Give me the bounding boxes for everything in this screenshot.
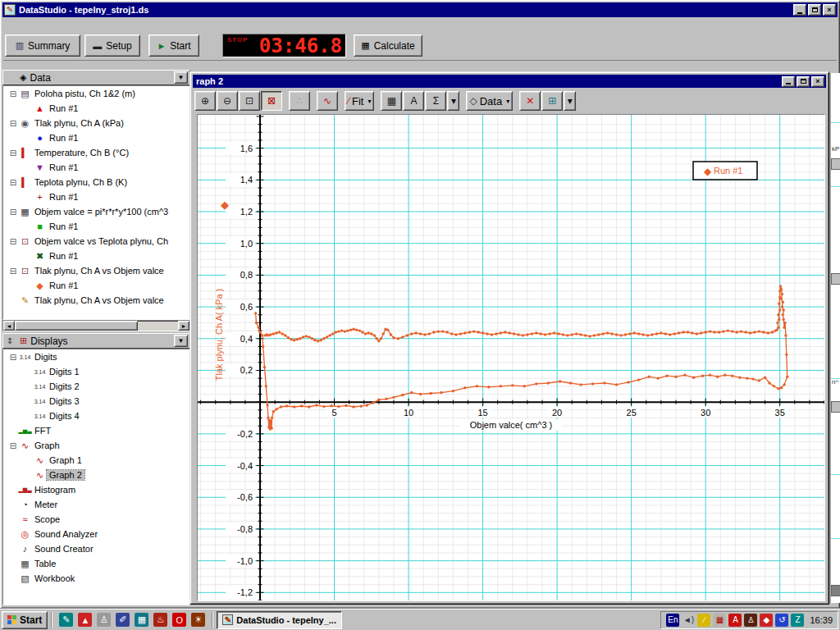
graph-settings-dropdown-button[interactable]: ▾ bbox=[564, 91, 576, 111]
calculator-button[interactable]: ▦ bbox=[381, 91, 402, 111]
tree-expander-icon[interactable]: ⊟ bbox=[8, 441, 18, 450]
tray-z-icon[interactable]: Z bbox=[791, 614, 804, 627]
data-tree-item[interactable]: ◆ Run #1 bbox=[3, 278, 189, 293]
start-button[interactable]: ► Start bbox=[148, 34, 199, 57]
quicklaunch-notes-icon[interactable]: ✎ bbox=[59, 613, 73, 627]
display-tree-item[interactable]: ▂▅▃ FFT bbox=[3, 423, 189, 438]
summary-button[interactable]: ▥ Summary bbox=[5, 34, 80, 57]
menu-item[interactable] bbox=[69, 25, 80, 26]
displays-panel-header[interactable]: ⇕ ⊞ Displays ▼ bbox=[2, 333, 190, 349]
data-panel-dropdown-button[interactable]: ▼ bbox=[174, 71, 188, 84]
display-tree-item[interactable]: ∿ Graph 1 bbox=[3, 453, 189, 468]
data-tree-item[interactable]: ⊟ ▍ Teplota plynu, Ch B (K) bbox=[3, 175, 189, 189]
zoom-out-button[interactable]: ⊖ bbox=[217, 91, 238, 111]
tray-diamond-icon[interactable]: ◆ bbox=[760, 614, 773, 627]
calculate-button[interactable]: ▦ Calculate bbox=[354, 34, 422, 57]
data-tree-item[interactable]: ⊟ ◉ Tlak plynu, Ch A (kPa) bbox=[3, 116, 189, 130]
scroll-right-button[interactable]: ► bbox=[178, 321, 189, 331]
tree-expander-icon[interactable]: ⊟ bbox=[8, 267, 18, 276]
display-tree-item[interactable]: ⊟ ∿ Graph bbox=[3, 438, 189, 453]
restore-button[interactable] bbox=[808, 4, 821, 16]
statistics-dropdown-button[interactable]: ▾ bbox=[447, 91, 459, 111]
zoom-select-button[interactable]: ⊡ bbox=[239, 91, 260, 111]
tray-pen-icon[interactable]: ∕ bbox=[697, 614, 710, 627]
graph-close-button[interactable]: × bbox=[811, 76, 824, 87]
lock-axes-button[interactable]: ⊠ bbox=[261, 91, 282, 111]
data-tree-item[interactable]: ✎ Tlak plynu, Ch A vs Objem valce bbox=[3, 293, 189, 308]
zoom-in-button[interactable]: ⊕ bbox=[194, 91, 216, 111]
data-tree-item[interactable]: ⊟ ▤ Poloha pistu, Ch 1&2 (m) bbox=[3, 86, 189, 101]
display-tree-item[interactable]: ∿ Graph 2 bbox=[3, 468, 189, 482]
display-tree-item[interactable]: ⊟ 3.14 Digits bbox=[3, 349, 189, 364]
display-tree-item[interactable]: 3.14 Digits 2 bbox=[3, 379, 189, 394]
taskbar-task-button[interactable]: ✎ DataStudio - tepelny_... bbox=[217, 611, 342, 629]
setup-button[interactable]: ▬ Setup bbox=[84, 34, 140, 57]
tray-scheduler-icon[interactable]: ▦ bbox=[713, 614, 726, 627]
menu-item[interactable] bbox=[30, 25, 41, 26]
display-tree-item[interactable]: ♪ Sound Creator bbox=[3, 541, 189, 556]
graph-settings-button[interactable]: ⊞ bbox=[541, 91, 563, 111]
menu-item[interactable] bbox=[3, 25, 15, 26]
display-tree-item[interactable]: ◔ Meter bbox=[3, 497, 189, 512]
display-tree-item[interactable]: ▧ Workbook bbox=[3, 571, 189, 586]
quicklaunch-opera-icon[interactable]: O bbox=[172, 613, 186, 627]
data-panel-header[interactable]: ◈ Data ▼ bbox=[2, 70, 190, 85]
quicklaunch-bird-icon[interactable]: ♙ bbox=[97, 613, 111, 627]
keyboard-layout-indicator[interactable]: En bbox=[666, 614, 679, 627]
display-tree-item[interactable]: 3.14 Digits 4 bbox=[3, 409, 189, 423]
data-tree-item[interactable]: ● Run #1 bbox=[3, 130, 189, 145]
data-tree-item[interactable]: + Run #1 bbox=[3, 189, 189, 204]
delete-button[interactable]: ✕ bbox=[519, 91, 541, 111]
display-tree-item[interactable]: ≈ Scope bbox=[3, 512, 189, 527]
display-tree-item[interactable]: ◎ Sound Analyzer bbox=[3, 527, 189, 541]
display-tree-item[interactable]: 3.14 Digits 3 bbox=[3, 394, 189, 409]
fit-dropdown-button[interactable]: ∕ Fit ▾ bbox=[345, 91, 374, 111]
tray-devil-icon[interactable]: ♙ bbox=[744, 614, 757, 627]
display-tree-item[interactable]: 3.14 Digits 1 bbox=[3, 364, 189, 379]
data-dropdown-button[interactable]: ◇ Data ▾ bbox=[466, 91, 513, 111]
quicklaunch-calculator-icon[interactable]: ▦ bbox=[135, 613, 148, 627]
graph-minimize-button[interactable] bbox=[782, 76, 795, 87]
tree-expander-icon[interactable]: ⊟ bbox=[8, 353, 18, 362]
tree-expander-icon[interactable]: ⊟ bbox=[8, 237, 18, 246]
volume-icon[interactable]: ◄) bbox=[682, 614, 695, 627]
smart-tool-button[interactable]: ∿ bbox=[317, 91, 338, 111]
menu-item[interactable] bbox=[43, 25, 54, 26]
quicklaunch-paint-icon[interactable]: ✐ bbox=[116, 613, 130, 627]
data-tree-item[interactable]: ⊟ ⊡ Tlak plynu, Ch A vs Objem valce bbox=[3, 263, 189, 278]
menu-item[interactable] bbox=[16, 25, 28, 26]
display-tree-item[interactable]: ▂▆▃ Histogram bbox=[3, 482, 189, 497]
data-tree-item[interactable]: ✖ Run #1 bbox=[3, 249, 189, 263]
data-tree-item[interactable]: ⊟ ▦ Objem valce = pi*r*r*y*100 (cm^3 bbox=[3, 204, 189, 219]
start-menu-button[interactable]: Start bbox=[2, 611, 48, 629]
plot-area[interactable]: 1,61,41,21,00,80,60,40,2-0,2-0,4-0,6-0,8… bbox=[197, 114, 825, 601]
data-tree-item[interactable]: ⊟ ⊡ Objem valce vs Teplota plynu, Ch bbox=[3, 234, 189, 249]
tree-expander-icon[interactable]: ⊟ bbox=[8, 208, 18, 217]
data-tree-item[interactable]: ▲ Run #1 bbox=[3, 101, 189, 116]
tree-expander-icon[interactable]: ⊟ bbox=[8, 119, 18, 128]
splitter-grip-icon[interactable]: ⇕ bbox=[7, 336, 13, 345]
graph-titlebar[interactable]: raph 2 × bbox=[193, 75, 826, 88]
scroll-track[interactable] bbox=[138, 321, 178, 331]
tree-expander-icon[interactable]: ⊟ bbox=[8, 178, 18, 187]
display-tree-item[interactable]: ▦ Table bbox=[3, 556, 189, 571]
tray-sync-icon[interactable]: ↺ bbox=[775, 614, 788, 627]
data-tree-item[interactable]: ■ Run #1 bbox=[3, 219, 189, 234]
statistics-button[interactable]: Σ bbox=[425, 91, 446, 111]
quicklaunch-acrobat-icon[interactable]: ▲ bbox=[78, 613, 92, 627]
displays-panel-dropdown-button[interactable]: ▼ bbox=[174, 335, 188, 347]
text-button[interactable]: A bbox=[403, 91, 424, 111]
data-tree-item[interactable]: ⊟ ▍ Temperature, Ch B (°C) bbox=[3, 145, 189, 160]
close-button[interactable]: × bbox=[823, 4, 836, 16]
pv-chart[interactable]: 1,61,41,21,00,80,60,40,2-0,2-0,4-0,6-0,8… bbox=[198, 115, 824, 600]
scroll-thumb[interactable] bbox=[15, 321, 138, 331]
data-tree-item[interactable]: ▼ Run #1 bbox=[3, 160, 189, 175]
xy-tool-button[interactable]: ∴ bbox=[289, 91, 310, 111]
minimize-button[interactable] bbox=[793, 4, 806, 16]
menu-item[interactable] bbox=[56, 25, 67, 26]
quicklaunch-flame-icon[interactable]: ☀ bbox=[191, 613, 205, 627]
tree-expander-icon[interactable]: ⊟ bbox=[8, 148, 18, 158]
main-titlebar[interactable]: ✎ DataStudio - tepelny_stroj1.ds × bbox=[2, 2, 838, 17]
scroll-left-button[interactable]: ◄ bbox=[3, 321, 15, 331]
tray-ati-icon[interactable]: A bbox=[728, 614, 742, 627]
